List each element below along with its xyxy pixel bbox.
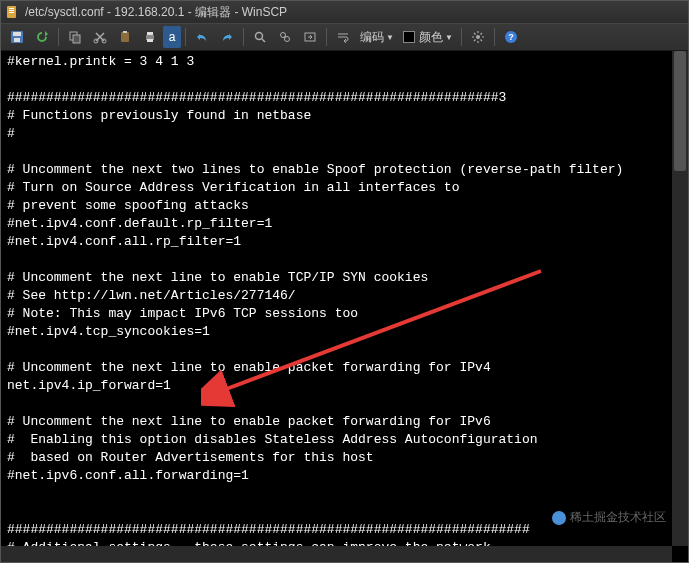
select-all-button[interactable]: a bbox=[163, 26, 181, 48]
editor-area[interactable]: #kernel.printk = 3 4 1 3 ###############… bbox=[1, 51, 672, 546]
chevron-down-icon: ▼ bbox=[445, 33, 453, 42]
svg-rect-5 bbox=[13, 32, 21, 36]
svg-rect-14 bbox=[147, 32, 153, 35]
color-label: 颜色 bbox=[419, 29, 443, 46]
svg-point-20 bbox=[476, 35, 480, 39]
title-bar: /etc/sysctl.conf - 192.168.20.1 - 编辑器 - … bbox=[1, 1, 688, 23]
encoding-dropdown[interactable]: 编码 ▼ bbox=[356, 29, 398, 46]
redo-button[interactable] bbox=[215, 26, 239, 48]
paste-button[interactable] bbox=[113, 26, 137, 48]
separator bbox=[58, 28, 59, 46]
svg-rect-1 bbox=[9, 8, 14, 9]
svg-rect-8 bbox=[73, 35, 80, 43]
settings-button[interactable] bbox=[466, 26, 490, 48]
svg-rect-3 bbox=[9, 12, 14, 13]
horizontal-scrollbar[interactable] bbox=[1, 546, 672, 562]
help-button[interactable]: ? bbox=[499, 26, 523, 48]
save-button[interactable] bbox=[5, 26, 29, 48]
refresh-button[interactable] bbox=[30, 26, 54, 48]
cut-button[interactable] bbox=[88, 26, 112, 48]
encoding-label: 编码 bbox=[360, 29, 384, 46]
goto-button[interactable] bbox=[298, 26, 322, 48]
app-icon bbox=[5, 5, 19, 19]
wrap-button[interactable] bbox=[331, 26, 355, 48]
find-button[interactable] bbox=[248, 26, 272, 48]
vertical-scrollbar[interactable] bbox=[672, 51, 688, 546]
color-swatch-icon bbox=[403, 31, 415, 43]
replace-button[interactable] bbox=[273, 26, 297, 48]
chevron-down-icon: ▼ bbox=[386, 33, 394, 42]
copy-button[interactable] bbox=[63, 26, 87, 48]
color-dropdown[interactable]: 颜色 ▼ bbox=[399, 29, 457, 46]
toolbar: a 编码 ▼ 颜色 ▼ ? bbox=[1, 23, 688, 51]
svg-rect-2 bbox=[9, 10, 14, 11]
separator bbox=[326, 28, 327, 46]
svg-rect-11 bbox=[121, 32, 129, 42]
scrollbar-thumb[interactable] bbox=[674, 51, 686, 171]
editor-content: #kernel.printk = 3 4 1 3 ###############… bbox=[7, 54, 623, 546]
separator bbox=[185, 28, 186, 46]
svg-point-16 bbox=[256, 33, 263, 40]
separator bbox=[461, 28, 462, 46]
print-button[interactable] bbox=[138, 26, 162, 48]
separator bbox=[494, 28, 495, 46]
window-title: /etc/sysctl.conf - 192.168.20.1 - 编辑器 - … bbox=[25, 4, 287, 21]
svg-rect-12 bbox=[123, 31, 127, 33]
svg-text:?: ? bbox=[508, 32, 514, 42]
svg-rect-6 bbox=[14, 38, 20, 42]
undo-button[interactable] bbox=[190, 26, 214, 48]
svg-rect-15 bbox=[147, 39, 153, 42]
separator bbox=[243, 28, 244, 46]
